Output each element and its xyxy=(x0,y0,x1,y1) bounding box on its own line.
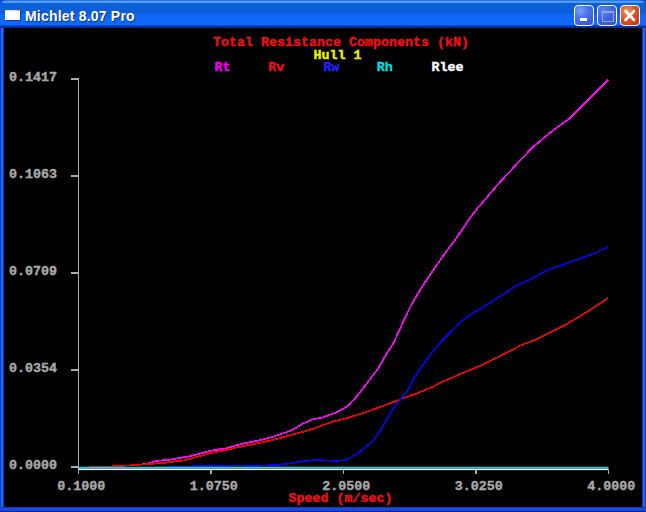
svg-text:Speed (m/sec): Speed (m/sec) xyxy=(289,491,393,506)
svg-text:1.0750: 1.0750 xyxy=(190,479,238,494)
svg-text:0.0709: 0.0709 xyxy=(9,264,57,279)
svg-text:Rt: Rt xyxy=(215,60,231,75)
svg-text:Rv: Rv xyxy=(268,60,284,75)
svg-text:Rlee: Rlee xyxy=(432,60,464,75)
svg-text:Rw: Rw xyxy=(323,60,339,75)
svg-text:3.0250: 3.0250 xyxy=(455,479,503,494)
svg-text:0.1417: 0.1417 xyxy=(9,70,57,85)
svg-text:0.1000: 0.1000 xyxy=(57,479,105,494)
svg-text:0.1063: 0.1063 xyxy=(9,167,57,182)
svg-text:Rh: Rh xyxy=(377,60,393,75)
svg-text:0.0354: 0.0354 xyxy=(9,361,57,376)
svg-text:0.0000: 0.0000 xyxy=(9,458,57,473)
svg-text:4.0000: 4.0000 xyxy=(587,479,635,494)
